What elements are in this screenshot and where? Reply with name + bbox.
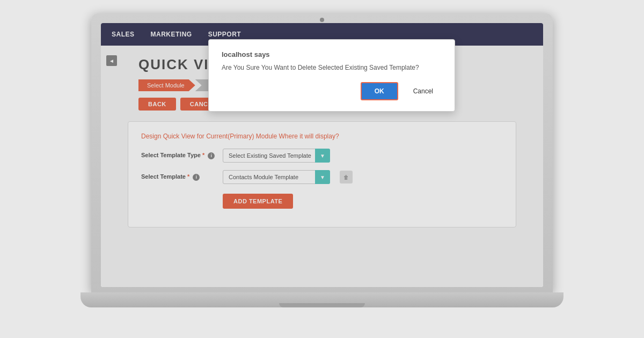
dialog-buttons: OK Cancel (222, 82, 442, 100)
laptop-base (80, 292, 564, 307)
dialog-ok-button[interactable]: OK (361, 82, 398, 100)
dialog-title: localhost says (222, 50, 442, 58)
dialog-box: localhost says Are You Sure You Want to … (208, 39, 455, 112)
dialog-cancel-button[interactable]: Cancel (405, 82, 442, 100)
webcam (320, 18, 324, 22)
app-container: SALES MARKETING SUPPORT ◄ QUICK VIEW Sel… (101, 23, 543, 287)
screen: SALES MARKETING SUPPORT ◄ QUICK VIEW Sel… (101, 23, 543, 287)
dialog-message: Are You Sure You Want to Delete Selected… (222, 64, 442, 71)
